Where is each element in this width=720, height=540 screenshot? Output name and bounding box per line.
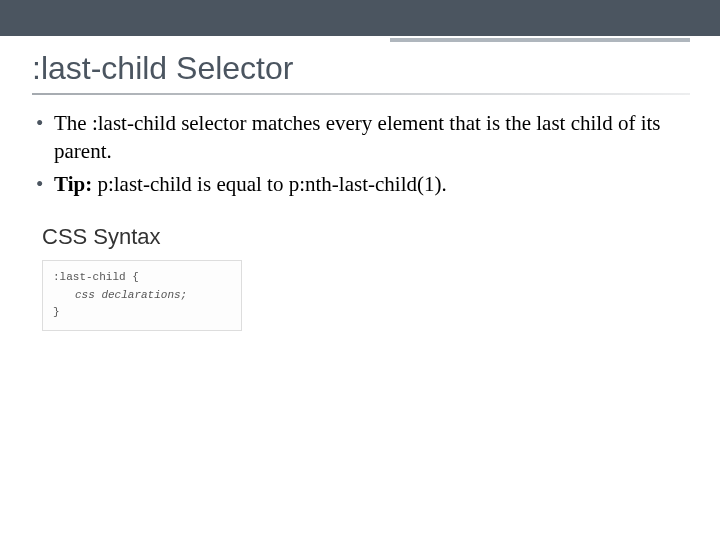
bullet-item: Tip: p:last-child is equal to p:nth-last… [36,170,688,198]
tip-label: Tip: [54,172,92,196]
bullet-text: p:last-child is equal to p:nth-last-chil… [92,172,447,196]
slide-content: The :last-child selector matches every e… [0,95,720,331]
syntax-heading: CSS Syntax [42,224,688,250]
code-box: :last-child { css declarations; } [42,260,242,331]
code-line: :last-child { [53,271,139,283]
slide-title: :last-child Selector [0,36,720,93]
bullet-list: The :last-child selector matches every e… [36,109,688,198]
bullet-text: The :last-child selector matches every e… [54,111,660,163]
code-line: css declarations; [53,287,187,305]
bullet-item: The :last-child selector matches every e… [36,109,688,166]
syntax-section: CSS Syntax :last-child { css declaration… [42,224,688,331]
code-line: } [53,306,60,318]
slide-top-bar [0,0,720,36]
